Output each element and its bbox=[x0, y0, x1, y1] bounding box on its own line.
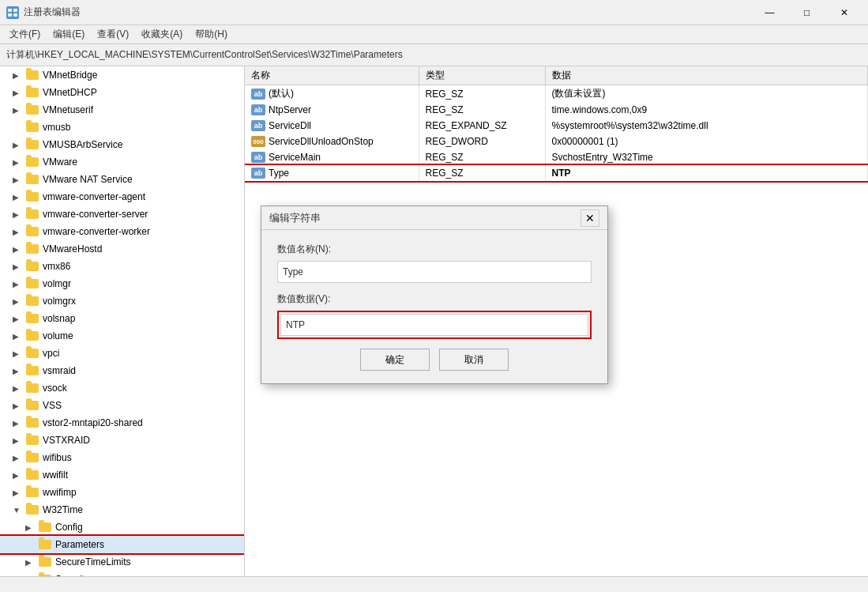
tree-item-label: vpci bbox=[43, 348, 59, 359]
table-row[interactable]: 000 ServiceDllUnloadOnStop REG_DWORD 0x0… bbox=[245, 134, 868, 149]
tree-item-vmware-worker[interactable]: ▶ vmware-converter-worker bbox=[0, 223, 244, 240]
folder-icon bbox=[38, 539, 52, 550]
tree-item-Parameters[interactable]: Parameters bbox=[0, 536, 244, 553]
col-data: 数据 bbox=[545, 66, 868, 85]
tree-item-SecureTimeLimits[interactable]: ▶ SecureTimeLimits bbox=[0, 553, 244, 571]
ab-icon: ab bbox=[251, 120, 265, 131]
row-name: ServiceDllUnloadOnStop bbox=[269, 136, 374, 147]
expand-arrow: ▶ bbox=[13, 245, 25, 254]
tree-item-VMware[interactable]: ▶ VMware bbox=[0, 153, 244, 171]
dialog-close-button[interactable]: ✕ bbox=[581, 209, 599, 227]
tree-item-VSS[interactable]: ▶ VSS bbox=[0, 397, 244, 414]
folder-icon bbox=[25, 504, 39, 515]
tree-item-label: W32Time bbox=[43, 504, 83, 515]
type-cell: REG_SZ bbox=[419, 149, 545, 165]
folder-icon bbox=[25, 261, 39, 272]
tree-item-VSTXRAID[interactable]: ▶ VSTXRAID bbox=[0, 432, 244, 449]
tree-item-vsock[interactable]: ▶ vsock bbox=[0, 379, 244, 397]
expand-arrow: ▶ bbox=[13, 71, 25, 80]
name-input[interactable] bbox=[277, 261, 592, 283]
tree-item-label: vmusb bbox=[43, 122, 70, 133]
tree-item-vmware-agent[interactable]: ▶ vmware-converter-agent bbox=[0, 188, 244, 206]
registry-tree[interactable]: ▶ VMnetBridge ▶ VMnetDHCP ▶ VMnetuserif … bbox=[0, 66, 245, 592]
expand-arrow: ▶ bbox=[13, 315, 25, 323]
maximize-button[interactable]: □ bbox=[789, 2, 825, 24]
close-button[interactable]: ✕ bbox=[826, 2, 862, 24]
tree-item-wifibus[interactable]: ▶ wifibus bbox=[0, 449, 244, 466]
tree-item-wwifimp[interactable]: ▶ wwifimp bbox=[0, 484, 244, 501]
tree-item-label: VMwareHostd bbox=[43, 243, 102, 255]
expand-arrow: ▶ bbox=[13, 141, 25, 149]
ab-icon: ab bbox=[251, 104, 265, 115]
table-row[interactable]: ab (默认) REG_SZ (数值未设置) bbox=[245, 85, 868, 103]
menu-favorites[interactable]: 收藏夹(A) bbox=[135, 26, 189, 43]
row-name: NtpServer bbox=[269, 104, 311, 115]
tree-item-volmgr[interactable]: ▶ volmgr bbox=[0, 275, 244, 292]
tree-item-wwifilt[interactable]: ▶ wwifilt bbox=[0, 466, 244, 484]
tree-item-volmgrx[interactable]: ▶ volmgrx bbox=[0, 292, 244, 310]
tree-item-volsnap[interactable]: ▶ volsnap bbox=[0, 310, 244, 327]
tree-item-vmusb[interactable]: vmusb bbox=[0, 119, 244, 136]
type-cell: REG_SZ bbox=[419, 165, 545, 181]
col-type: 类型 bbox=[419, 66, 545, 85]
tree-item-vstor2[interactable]: ▶ vstor2-mntapi20-shared bbox=[0, 414, 244, 432]
expand-arrow: ▶ bbox=[25, 558, 38, 567]
tree-item-VMware-NAT[interactable]: ▶ VMware NAT Service bbox=[0, 171, 244, 188]
tree-item-vsmraid[interactable]: ▶ vsmraid bbox=[0, 362, 244, 379]
table-row-type[interactable]: ab Type REG_SZ NTP bbox=[245, 165, 868, 181]
expand-arrow: ▶ bbox=[13, 193, 25, 202]
menu-help[interactable]: 帮助(H) bbox=[189, 26, 234, 43]
dialog-body: 数值名称(N): 数值数据(V): 确定 取消 bbox=[261, 230, 607, 383]
menu-edit[interactable]: 编辑(E) bbox=[47, 26, 91, 43]
svg-rect-2 bbox=[8, 13, 12, 17]
minimize-button[interactable]: — bbox=[752, 2, 787, 24]
tree-item-VMnetuserif[interactable]: ▶ VMnetuserif bbox=[0, 101, 244, 119]
tree-item-label: VMnetuserif bbox=[43, 104, 93, 115]
tree-item-label: VMUSBArbService bbox=[43, 139, 122, 150]
folder-icon bbox=[25, 122, 39, 133]
data-cell: SvchostEntry_W32Time bbox=[545, 149, 868, 165]
cancel-button[interactable]: 取消 bbox=[439, 349, 509, 371]
expand-arrow: ▶ bbox=[13, 367, 25, 375]
dialog-title-bar: 编辑字符串 ✕ bbox=[261, 206, 607, 230]
expand-arrow: ▶ bbox=[13, 89, 25, 97]
tree-item-volume[interactable]: ▶ volume bbox=[0, 327, 244, 345]
tree-item-VMUSBArbService[interactable]: ▶ VMUSBArbService bbox=[0, 136, 244, 153]
folder-icon bbox=[25, 435, 39, 446]
folder-icon bbox=[25, 104, 39, 115]
tree-item-label: vmware-converter-worker bbox=[43, 226, 150, 237]
table-row[interactable]: ab ServiceMain REG_SZ SvchostEntry_W32Ti… bbox=[245, 149, 868, 165]
tree-item-Config[interactable]: ▶ Config bbox=[0, 518, 244, 536]
expand-arrow: ▶ bbox=[13, 210, 25, 219]
folder-icon bbox=[25, 383, 39, 394]
tree-item-label: wwifimp bbox=[43, 487, 77, 498]
tree-item-label: volsnap bbox=[43, 313, 75, 324]
menu-file[interactable]: 文件(F) bbox=[3, 26, 47, 43]
tree-item-label: VSS bbox=[43, 400, 62, 411]
tree-item-vmx86[interactable]: ▶ vmx86 bbox=[0, 258, 244, 275]
folder-icon bbox=[25, 209, 39, 220]
table-row[interactable]: ab ServiceDll REG_EXPAND_SZ %systemroot%… bbox=[245, 118, 868, 134]
data-cell: 0x00000001 (1) bbox=[545, 134, 868, 149]
folder-icon bbox=[25, 139, 39, 150]
folder-icon bbox=[25, 365, 39, 376]
table-row[interactable]: ab NtpServer REG_SZ time.windows.com,0x9 bbox=[245, 102, 868, 118]
tree-item-VMnetDHCP[interactable]: ▶ VMnetDHCP bbox=[0, 84, 244, 101]
name-cell: ab ServiceMain bbox=[245, 149, 419, 165]
folder-icon bbox=[25, 469, 39, 481]
row-name: ServiceDll bbox=[269, 120, 311, 131]
dialog-title: 编辑字符串 bbox=[269, 211, 321, 225]
folder-icon bbox=[25, 70, 39, 81]
expand-arrow: ▶ bbox=[13, 436, 25, 445]
tree-item-VMnetBridge[interactable]: ▶ VMnetBridge bbox=[0, 66, 244, 84]
col-name: 名称 bbox=[245, 66, 419, 85]
tree-item-W32Time[interactable]: ▼ W32Time bbox=[0, 501, 244, 518]
folder-icon bbox=[25, 452, 39, 463]
menu-view[interactable]: 查看(V) bbox=[91, 26, 135, 43]
tree-item-vmware-server[interactable]: ▶ vmware-converter-server bbox=[0, 206, 244, 223]
tree-item-label: wifibus bbox=[43, 452, 72, 463]
tree-item-vpci[interactable]: ▶ vpci bbox=[0, 345, 244, 362]
ok-button[interactable]: 确定 bbox=[360, 349, 430, 371]
tree-item-VMwareHostd[interactable]: ▶ VMwareHostd bbox=[0, 240, 244, 258]
value-input[interactable] bbox=[280, 314, 588, 336]
